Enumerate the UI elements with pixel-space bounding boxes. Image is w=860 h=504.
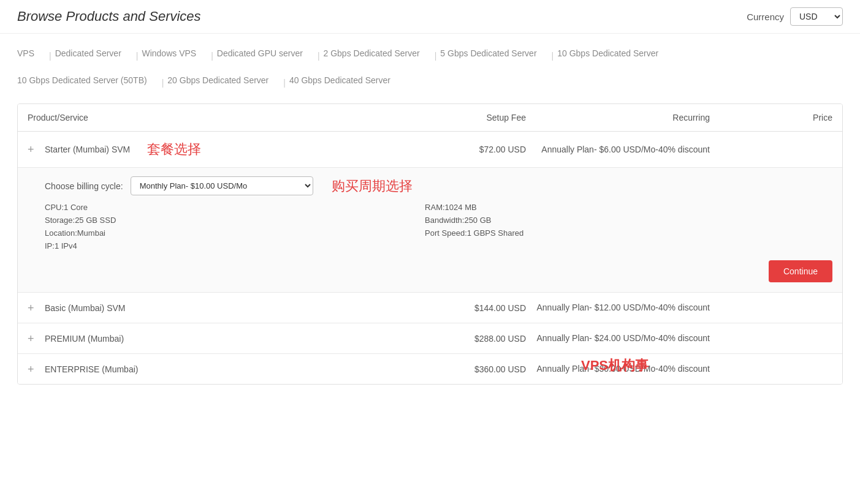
currency-select[interactable]: USD EUR GBP <box>790 7 843 26</box>
nav-tab-windows-vps[interactable]: Windows VPS <box>142 45 196 62</box>
nav-tab-5gbps[interactable]: 5 Gbps Dedicated Server <box>440 45 536 62</box>
product-row-enterprise: + ENTERPRISE (Mumbai) $360.00 USD Annual… <box>18 354 842 384</box>
currency-label: Currency <box>747 12 784 22</box>
recurring-premium: Annually Plan- $24.00 USD/Mo-40% discoun… <box>526 332 710 345</box>
currency-area: Currency USD EUR GBP <box>747 7 843 26</box>
nav-divider-2: | <box>136 51 139 61</box>
plus-icon-basic: + <box>28 303 39 314</box>
nav-tab-40gbps[interactable]: 40 Gbps Dedicated Server <box>289 72 390 89</box>
product-name-cell-basic: + Basic (Mumbai) SVM <box>28 303 403 314</box>
recurring-basic: Annually Plan- $12.00 USD/Mo-40% discoun… <box>526 301 710 314</box>
product-name-cell-enterprise: + ENTERPRISE (Mumbai) <box>28 364 403 375</box>
billing-cycle-select[interactable]: Monthly Plan- $10.00 USD/Mo Annually Pla… <box>131 176 313 195</box>
nav-divider-8: | <box>283 78 286 88</box>
nav-divider-6: | <box>552 51 554 61</box>
continue-button[interactable]: Continue <box>769 260 832 282</box>
setup-fee-enterprise: $360.00 USD <box>403 364 526 374</box>
annotation-package-select: 套餐选择 <box>147 140 201 159</box>
product-row-premium: + PREMIUM (Mumbai) $288.00 USD Annually … <box>18 323 842 354</box>
nav-divider-1: | <box>49 51 51 61</box>
product-name-enterprise: ENTERPRISE (Mumbai) <box>45 364 138 374</box>
billing-cycle-row: Choose billing cycle: Monthly Plan- $10.… <box>45 168 832 201</box>
nav-tab-dedicated-server[interactable]: Dedicated Server <box>55 45 121 62</box>
product-main-enterprise[interactable]: + ENTERPRISE (Mumbai) $360.00 USD Annual… <box>18 354 842 384</box>
setup-fee-starter: $72.00 USD <box>403 145 526 154</box>
billing-cycle-label: Choose billing cycle: <box>45 181 123 191</box>
product-row-basic: + Basic (Mumbai) SVM $144.00 USD Annuall… <box>18 293 842 323</box>
header: Browse Products and Services Currency US… <box>0 0 860 34</box>
nav-row1: VPS | Dedicated Server | Windows VPS | D… <box>17 45 669 67</box>
recurring-starter: Annually Plan- $6.00 USD/Mo-40% discount <box>526 143 710 156</box>
table-header: Product/Service Setup Fee Recurring Pric… <box>18 104 842 132</box>
nav-divider-3: | <box>211 51 213 61</box>
recurring-enterprise: Annually Plan- $30.00 USD/Mo-40% discoun… <box>526 363 710 375</box>
spec-location: Location:Mumbai <box>45 227 425 239</box>
nav-tab-10gbps-50tb[interactable]: 10 Gbps Dedicated Server (50TB) <box>17 72 147 89</box>
annotation-cycle: 购买周期选择 <box>332 177 413 195</box>
col-price: Price <box>710 113 832 122</box>
main-content: Product/Service Setup Fee Recurring Pric… <box>0 94 860 394</box>
product-main-basic[interactable]: + Basic (Mumbai) SVM $144.00 USD Annuall… <box>18 293 842 323</box>
plus-icon-premium: + <box>28 333 39 344</box>
nav-divider-5: | <box>435 51 437 61</box>
setup-fee-premium: $288.00 USD <box>403 334 526 344</box>
setup-fee-basic: $144.00 USD <box>403 303 526 313</box>
spec-storage: Storage:25 GB SSD <box>45 214 425 226</box>
product-name-basic: Basic (Mumbai) SVM <box>45 303 125 313</box>
product-name-starter: Starter (Mumbai) SVM <box>45 145 130 154</box>
product-main-starter[interactable]: + Starter (Mumbai) SVM 套餐选择 $72.00 USD A… <box>18 132 842 167</box>
continue-btn-area: Continue <box>45 260 832 292</box>
specs-grid: CPU:1 Core RAM:1024 MB Storage:25 GB SSD… <box>45 201 832 260</box>
nav-tabs: VPS | Dedicated Server | Windows VPS | D… <box>0 34 860 94</box>
product-expanded-starter: Choose billing cycle: Monthly Plan- $10.… <box>18 167 842 292</box>
nav-divider-4: | <box>318 51 320 61</box>
product-name-premium: PREMIUM (Mumbai) <box>45 334 124 344</box>
product-name-cell-premium: + PREMIUM (Mumbai) <box>28 333 403 344</box>
product-name-cell-starter: + Starter (Mumbai) SVM 套餐选择 <box>28 140 403 159</box>
spec-ip: IP:1 IPv4 <box>45 240 425 252</box>
nav-tab-10gbps[interactable]: 10 Gbps Dedicated Server <box>557 45 658 62</box>
plus-icon-starter: + <box>28 144 39 155</box>
nav-tab-gpu[interactable]: Dedicated GPU server <box>217 45 303 62</box>
nav-divider-7: | <box>162 78 164 88</box>
col-setup-fee: Setup Fee <box>403 113 526 122</box>
spec-cpu: CPU:1 Core <box>45 201 425 213</box>
col-product: Product/Service <box>28 113 403 122</box>
nav-tab-vps[interactable]: VPS <box>17 45 34 62</box>
plus-icon-enterprise: + <box>28 364 39 375</box>
nav-tab-20gbps[interactable]: 20 Gbps Dedicated Server <box>167 72 268 89</box>
product-main-premium[interactable]: + PREMIUM (Mumbai) $288.00 USD Annually … <box>18 323 842 353</box>
nav-row2: 10 Gbps Dedicated Server (50TB) | 20 Gbp… <box>17 72 843 94</box>
nav-tab-2gbps[interactable]: 2 Gbps Dedicated Server <box>324 45 420 62</box>
page-title: Browse Products and Services <box>17 9 201 24</box>
col-recurring: Recurring <box>526 113 710 122</box>
annotation-vps: VPS机构事 <box>581 355 649 375</box>
product-row-starter: + Starter (Mumbai) SVM 套餐选择 $72.00 USD A… <box>18 132 842 293</box>
spec-bandwidth: Bandwidth:250 GB <box>425 214 832 226</box>
products-table: Product/Service Setup Fee Recurring Pric… <box>17 103 843 385</box>
spec-ram: RAM:1024 MB <box>425 201 832 213</box>
spec-port-speed: Port Speed:1 GBPS Shared <box>425 227 832 239</box>
